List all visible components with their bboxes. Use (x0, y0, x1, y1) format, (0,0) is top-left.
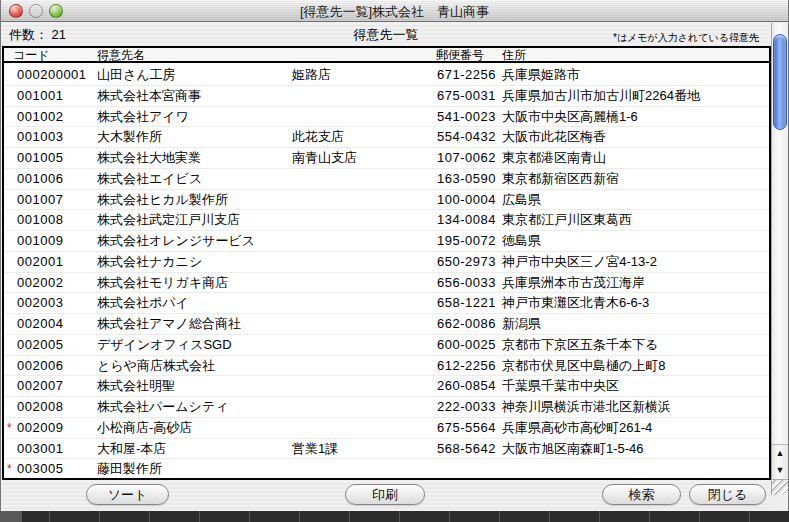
cell-postal: 100-0004 (437, 190, 496, 210)
cell-name: 株式会社大地実業 (97, 148, 201, 168)
table-row[interactable]: 001003 大木製作所 此花支店 554-0432 大阪市此花区梅香 (4, 127, 769, 148)
table-row[interactable]: 001007 株式会社ヒカル製作所 100-0004 広島県 (4, 190, 769, 211)
cell-name: デザインオフィスSGD (97, 335, 232, 355)
cell-branch: 南青山支店 (292, 148, 357, 168)
cell-postal: 658-1221 (437, 293, 496, 313)
scrollbar-thumb[interactable] (773, 34, 787, 130)
column-header-postal: 郵便番号 (436, 48, 484, 63)
cell-address: 東京都新宿区西新宿 (502, 169, 619, 189)
search-button[interactable]: 検索 (602, 484, 681, 505)
table-row[interactable]: 001008 株式会社武定江戸川支店 134-0084 東京都江戸川区東葛西 (4, 210, 769, 231)
memo-asterisk: * (7, 459, 12, 478)
table-row[interactable]: 001001 株式会社本宮商事 675-0031 兵庫県加古川市加古川町2264… (4, 86, 769, 107)
cell-address: 神戸市東灘区北青木6-6-3 (502, 293, 649, 313)
table-row[interactable]: 002003 株式会社ポパイ 658-1221 神戸市東灘区北青木6-6-3 (4, 293, 769, 314)
cell-address: 千葉県千葉市中央区 (502, 376, 619, 396)
table-row[interactable]: 001006 株式会社エイビス 163-0590 東京都新宿区西新宿 (4, 169, 769, 190)
cell-postal: 260-0854 (437, 376, 496, 396)
cell-postal: 568-5642 (437, 439, 496, 459)
table-row[interactable]: 001002 株式会社アイワ 541-0023 大阪市中央区高麗橋1-6 (4, 107, 769, 128)
table-row[interactable]: * 002009 小松商店-高砂店 675-5564 兵庫県高砂市高砂町261-… (4, 418, 769, 439)
info-bar: 件数： 21 得意先一覧 *はメモが入力されている得意先 (1, 23, 771, 46)
cell-name: 株式会社ポパイ (97, 293, 189, 313)
cell-address: 広島県 (502, 190, 541, 210)
cell-code: 003001 (17, 439, 63, 459)
cell-address: 兵庫県加古川市加古川町2264番地 (502, 86, 700, 106)
cell-code: 002001 (17, 252, 63, 272)
cell-branch: 営業1課 (292, 439, 338, 459)
cell-name: 山田さん工房 (97, 65, 176, 85)
cell-postal: 600-0025 (437, 335, 496, 355)
sort-button[interactable]: ソート (86, 484, 169, 505)
table-row[interactable]: 003001 大和屋-本店 営業1課 568-5642 大阪市旭区南森町1-5-… (4, 439, 769, 460)
cell-name: 株式会社アマノ総合商社 (97, 314, 241, 334)
scrollbar-arrows: ▲ ▼ (772, 444, 788, 478)
cell-postal: 650-2973 (437, 252, 496, 272)
table-row[interactable]: 001009 株式会社オレンジサービス 195-0072 徳島県 (4, 231, 769, 252)
table-row[interactable]: 000200001 山田さん工房 姫路店 671-2256 兵庫県姫路市 (4, 65, 769, 86)
table-row[interactable]: 002007 株式会社明聖 260-0854 千葉県千葉市中央区 (4, 376, 769, 397)
table-row[interactable]: 002002 株式会社モリガキ商店 656-0033 兵庫県洲本市古茂江海岸 (4, 273, 769, 294)
cell-postal: 675-0031 (437, 86, 496, 106)
close-button[interactable]: 閉じる (689, 484, 766, 505)
cell-name: とらや商店株式会社 (97, 356, 215, 376)
cell-address: 大阪市旭区南森町1-5-46 (502, 439, 644, 459)
cell-postal: 541-0023 (437, 107, 496, 127)
table-row[interactable]: 002006 とらや商店株式会社 612-2256 京都市伏見区中島樋の上町8 (4, 356, 769, 377)
cell-code: 002007 (17, 376, 63, 396)
cell-postal: 134-0084 (437, 210, 496, 230)
table-row[interactable]: 002001 株式会社ナカニシ 650-2973 神戸市中央区三ノ宮4-13-2 (4, 252, 769, 273)
cell-address: 神奈川県横浜市港北区新横浜 (502, 397, 671, 417)
print-button[interactable]: 印刷 (345, 484, 425, 505)
cell-address: 新潟県 (502, 314, 541, 334)
cell-code: 002004 (17, 314, 63, 334)
cell-address: 東京都江戸川区東葛西 (502, 210, 632, 230)
cell-postal: 675-5564 (437, 418, 496, 438)
table-row[interactable]: 002008 株式会社パームシティ 222-0033 神奈川県横浜市港北区新横浜 (4, 397, 769, 418)
cell-code: 002008 (17, 397, 63, 417)
table-row[interactable]: * 003005 藤田製作所 (4, 459, 769, 478)
cell-postal: 612-2256 (437, 356, 496, 376)
cell-code: 001009 (17, 231, 63, 251)
cell-address: 京都市伏見区中島樋の上町8 (502, 356, 666, 376)
cell-address: 大阪市此花区梅香 (502, 127, 606, 147)
cell-address: 東京都港区南青山 (502, 148, 606, 168)
bottom-button-bar: ソート 印刷 検索 閉じる (1, 481, 771, 511)
cell-postal: 222-0033 (437, 397, 496, 417)
cell-name: 株式会社明聖 (97, 376, 175, 396)
table-row[interactable]: 002005 デザインオフィスSGD 600-0025 京都市下京区五条千本下る (4, 335, 769, 356)
cell-name: 大木製作所 (97, 127, 162, 147)
cell-postal: 107-0062 (437, 148, 496, 168)
cell-code: 001008 (17, 210, 63, 230)
cell-name: 株式会社アイワ (97, 107, 189, 127)
cell-code: 000200001 (17, 65, 87, 85)
cell-code: 001005 (17, 148, 63, 168)
cell-name: 株式会社オレンジサービス (97, 231, 255, 251)
customer-list: コード 得意先名 郵便番号 住所 000200001 山田さん工房 姫路店 67… (2, 46, 771, 480)
title-bar[interactable]: [得意先一覧]株式会社 青山商事 (1, 0, 788, 22)
table-row[interactable]: 002004 株式会社アマノ総合商社 662-0086 新潟県 (4, 314, 769, 335)
cell-postal: 662-0086 (437, 314, 496, 334)
cell-address: 兵庫県姫路市 (502, 65, 580, 85)
column-header-code: コード (13, 48, 50, 63)
cell-address: 徳島県 (502, 231, 541, 251)
cell-postal: 163-0590 (437, 169, 496, 189)
vertical-scrollbar[interactable]: ▲ ▼ (771, 23, 788, 495)
memo-note: *はメモが入力されている得意先 (613, 31, 759, 45)
cell-address: 京都市下京区五条千本下る (502, 335, 658, 355)
cell-code: 001003 (17, 127, 63, 147)
app-window: [得意先一覧]株式会社 青山商事 件数： 21 得意先一覧 *はメモが入力されて… (0, 0, 789, 511)
cell-postal: 195-0072 (437, 231, 496, 251)
cell-name: 株式会社本宮商事 (97, 86, 201, 106)
table-row[interactable]: 001005 株式会社大地実業 南青山支店 107-0062 東京都港区南青山 (4, 148, 769, 169)
cell-name: 大和屋-本店 (97, 439, 166, 459)
scroll-down-icon[interactable]: ▼ (772, 462, 788, 479)
cell-code: 001002 (17, 107, 63, 127)
cell-postal: 554-0432 (437, 127, 496, 147)
cell-postal: 671-2256 (437, 65, 496, 85)
memo-asterisk: * (7, 418, 12, 438)
column-header-address: 住所 (502, 48, 526, 63)
cell-code: 002005 (17, 335, 63, 355)
resize-grip-icon[interactable] (772, 479, 788, 495)
scroll-up-icon[interactable]: ▲ (772, 445, 788, 462)
